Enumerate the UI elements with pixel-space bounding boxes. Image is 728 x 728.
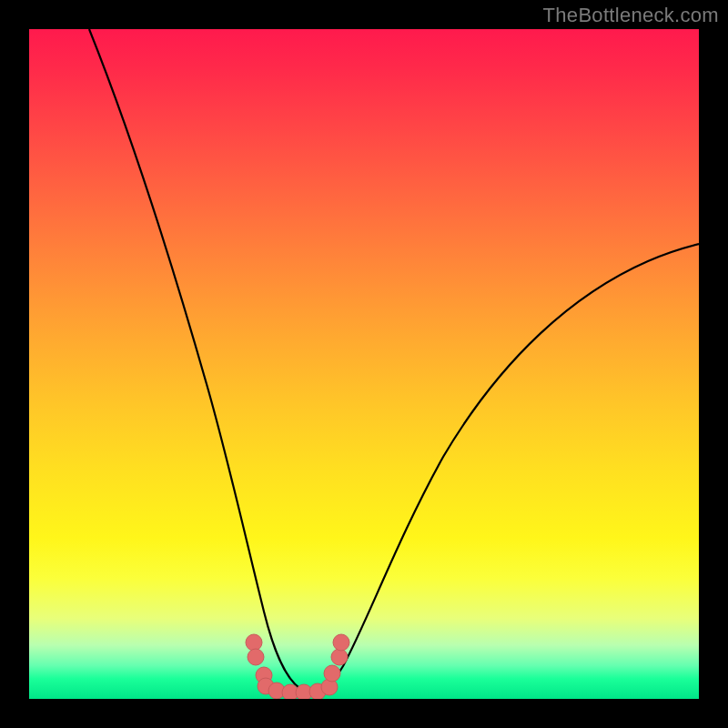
watermark-text: TheBottleneck.com <box>543 4 719 27</box>
marker-dot <box>246 634 262 651</box>
curve-right-branch <box>311 244 699 693</box>
marker-cluster <box>246 634 349 699</box>
bottleneck-curve <box>89 29 699 693</box>
marker-dot <box>331 649 348 665</box>
marker-dot <box>333 634 349 651</box>
marker-dot <box>248 649 264 665</box>
curve-left-branch <box>89 29 311 693</box>
plot-area <box>29 29 699 699</box>
chart-frame: TheBottleneck.com <box>0 0 728 728</box>
curve-layer <box>29 29 699 699</box>
marker-dot <box>324 665 340 682</box>
